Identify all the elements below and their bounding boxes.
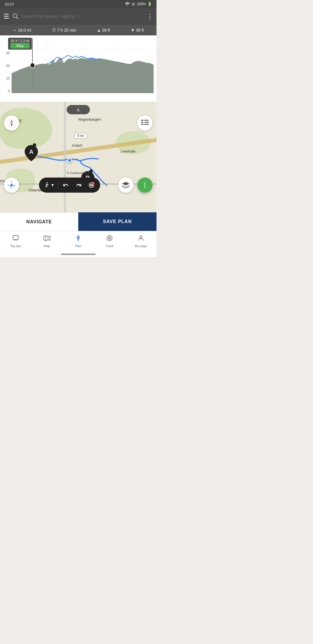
status-icons: ⊘ 100% 🔋 bbox=[125, 2, 152, 7]
top-tips-icon bbox=[12, 235, 19, 243]
y-label-10: 10 bbox=[6, 76, 10, 80]
wifi-icon bbox=[125, 2, 130, 7]
nav-item-top-tips[interactable]: Top tips bbox=[0, 231, 31, 251]
bottom-nav: Top tips Map Plan Track bbox=[0, 231, 156, 251]
plan-icon bbox=[75, 235, 82, 243]
chevron-up-icon: ∧ bbox=[77, 107, 80, 113]
action-buttons: NAVIGATE SAVE PLAN bbox=[0, 212, 156, 231]
chart-tooltip-way: Way bbox=[10, 43, 30, 48]
nav-item-plan[interactable]: Plan bbox=[63, 231, 94, 251]
down-icon: ▼ bbox=[131, 28, 135, 32]
attribution-text: © Outdooractive bbox=[67, 171, 90, 175]
svg-marker-13 bbox=[75, 158, 78, 161]
svg-rect-21 bbox=[141, 124, 143, 125]
nav-label-top-tips: Top tips bbox=[10, 244, 21, 248]
svg-point-26 bbox=[144, 184, 145, 186]
marker-a-dot bbox=[33, 143, 36, 147]
fab-more-button[interactable] bbox=[137, 178, 152, 193]
home-bar bbox=[61, 254, 96, 255]
undo-button[interactable] bbox=[60, 179, 72, 191]
dnd-icon: ⊘ bbox=[132, 2, 135, 6]
map-area[interactable]: omberg Negenbargen Ardorf Leerhafe Oster… bbox=[0, 102, 156, 212]
nav-item-my-page[interactable]: My page bbox=[125, 231, 156, 251]
gps-icon bbox=[8, 181, 16, 189]
svg-marker-28 bbox=[9, 183, 14, 187]
duration-stat: ⏱ 7 h 20 min bbox=[52, 28, 76, 32]
navigate-button[interactable]: NAVIGATE bbox=[0, 212, 78, 231]
svg-point-41 bbox=[140, 236, 142, 238]
distance-stat: ↔ 19.0 mi bbox=[13, 28, 31, 32]
nav-item-track[interactable]: Track bbox=[94, 231, 125, 251]
nav-item-map[interactable]: Map bbox=[31, 231, 63, 251]
menu-icon[interactable]: ☰ bbox=[3, 13, 9, 20]
layers-icon bbox=[122, 182, 130, 188]
y-label-0: 0 bbox=[8, 89, 10, 93]
walking-icon bbox=[44, 182, 50, 189]
save-plan-button[interactable]: SAVE PLAN bbox=[78, 212, 156, 231]
stats-bar: ↔ 19.0 mi ⏱ 7 h 20 min ▲ 39 ft ▼ 39 ft bbox=[0, 25, 156, 35]
elevation-chart[interactable]: ft 30 20 10 0 34 ft / 2.3 mi Way bbox=[0, 35, 156, 102]
search-icon bbox=[12, 13, 19, 21]
top-bar: ☰ ⋮ bbox=[0, 8, 156, 25]
marker-a: A bbox=[25, 145, 38, 162]
marker-a-pin-svg: A bbox=[25, 145, 38, 161]
more-options-icon[interactable]: ⋮ bbox=[147, 13, 153, 20]
route-svg bbox=[0, 102, 156, 212]
y-label-30: 30 bbox=[6, 51, 10, 55]
toolbar-divider-1 bbox=[58, 181, 58, 189]
svg-point-27 bbox=[144, 187, 145, 188]
svg-point-25 bbox=[144, 182, 145, 184]
battery-icon: 🔋 bbox=[148, 2, 152, 6]
scale-value: 5 mi bbox=[77, 134, 84, 138]
layers-button[interactable] bbox=[118, 178, 133, 193]
transport-mode-button[interactable]: ▼ bbox=[42, 182, 57, 189]
chart-svg-area bbox=[12, 38, 154, 93]
map-attribution: © Outdooractive bbox=[67, 171, 90, 175]
distance-icon: ↔ bbox=[13, 28, 17, 32]
elevation-up-value: 39 ft bbox=[102, 28, 110, 32]
svg-point-29 bbox=[47, 182, 48, 183]
duration-value: 7 h 20 min bbox=[57, 28, 76, 32]
redo-icon bbox=[75, 182, 82, 188]
current-position-dot bbox=[67, 158, 72, 163]
dropdown-arrow-icon: ▼ bbox=[51, 183, 55, 187]
battery-text: 100% bbox=[137, 2, 146, 6]
track-icon bbox=[106, 235, 113, 243]
map-icon bbox=[43, 235, 50, 243]
chart-tooltip-value: 34 ft / 2.3 mi bbox=[10, 39, 30, 43]
nav-label-map: Map bbox=[44, 244, 50, 248]
svg-point-37 bbox=[78, 237, 79, 238]
gps-button[interactable] bbox=[4, 178, 19, 193]
clock-icon: ⏱ bbox=[52, 28, 56, 32]
elevation-down-value: 39 ft bbox=[136, 28, 144, 32]
search-input[interactable] bbox=[21, 14, 144, 19]
status-bar: 10:27 ⊘ 100% 🔋 bbox=[0, 0, 156, 8]
remove-icon bbox=[88, 182, 94, 188]
route-toolbar: ▼ bbox=[39, 178, 100, 193]
redo-button[interactable] bbox=[73, 179, 84, 191]
expand-chart-button[interactable]: ∧ bbox=[67, 105, 90, 114]
legend-icon bbox=[141, 120, 149, 126]
up-icon: ▲ bbox=[97, 28, 101, 32]
home-indicator bbox=[0, 251, 156, 257]
compass-button[interactable] bbox=[4, 115, 19, 131]
scale-bar: 5 mi bbox=[75, 133, 87, 139]
svg-rect-34 bbox=[13, 236, 18, 240]
legend-button[interactable] bbox=[137, 115, 152, 131]
undo-icon bbox=[63, 182, 69, 188]
more-vertical-icon bbox=[141, 182, 148, 189]
elevation-down-stat: ▼ 39 ft bbox=[131, 28, 144, 32]
elevation-up-stat: ▲ 39 ft bbox=[97, 28, 110, 32]
svg-rect-19 bbox=[141, 120, 143, 121]
remove-waypoint-button[interactable] bbox=[85, 179, 97, 191]
nav-label-plan: Plan bbox=[75, 244, 81, 248]
svg-text:A: A bbox=[29, 149, 33, 155]
status-time: 10:27 bbox=[5, 2, 14, 6]
svg-point-40 bbox=[109, 238, 110, 239]
distance-value: 19.0 mi bbox=[18, 28, 31, 32]
svg-point-12 bbox=[30, 63, 35, 68]
nav-label-track: Track bbox=[105, 244, 113, 248]
my-page-icon bbox=[137, 235, 144, 243]
compass-icon bbox=[7, 118, 16, 128]
chart-svg bbox=[12, 38, 154, 93]
